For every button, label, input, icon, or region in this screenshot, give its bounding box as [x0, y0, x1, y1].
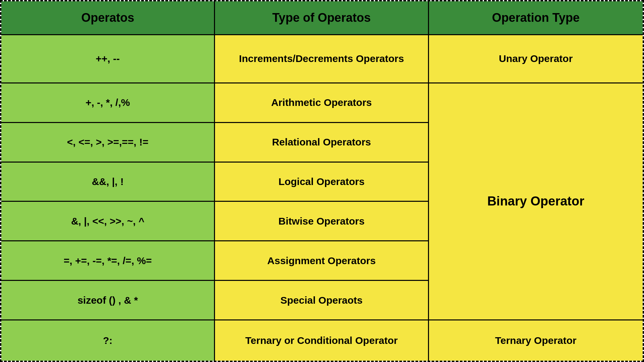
binary-op-3: &&, |, ! — [1, 163, 214, 202]
binary-op-5: =, +=, -=, *=, /=, %= — [1, 241, 214, 281]
ternary-operation: Ternary Operator — [429, 320, 643, 361]
binary-section: +, -, *, /,% <, <=, >, >=,==, != &&, |, … — [1, 83, 643, 320]
binary-type-4: Bitwise Operators — [215, 202, 428, 241]
main-table: Operatos Type of Operatos Operation Type… — [0, 0, 644, 362]
binary-col1: +, -, *, /,% <, <=, >, >=,==, != &&, |, … — [1, 83, 215, 319]
binary-op-6: sizeof () , & * — [1, 281, 214, 319]
table-row-unary: ++, -- Increments/Decrements Operators U… — [1, 35, 643, 83]
ternary-operators: ?: — [1, 320, 215, 361]
unary-operators: ++, -- — [1, 35, 215, 82]
table-row-ternary: ?: Ternary or Conditional Operator Terna… — [1, 320, 643, 361]
binary-op-4: &, |, <<, >>, ~, ^ — [1, 202, 214, 241]
ternary-type: Ternary or Conditional Operator — [215, 320, 429, 361]
binary-col2: Arithmetic Operators Relational Operator… — [215, 83, 429, 319]
unary-type: Increments/Decrements Operators — [215, 35, 429, 82]
binary-op-2: <, <=, >, >=,==, != — [1, 123, 214, 163]
header-col3: Operation Type — [429, 1, 643, 34]
binary-type-3: Logical Operators — [215, 163, 428, 202]
binary-type-6: Special Operaots — [215, 281, 428, 319]
table-body: ++, -- Increments/Decrements Operators U… — [1, 35, 643, 361]
binary-op-1: +, -, *, /,% — [1, 83, 214, 123]
binary-type-1: Arithmetic Operators — [215, 83, 428, 123]
binary-operation: Binary Operator — [429, 83, 643, 319]
binary-type-2: Relational Operators — [215, 123, 428, 163]
header-col1: Operatos — [1, 1, 215, 34]
unary-operation: Unary Operator — [429, 35, 643, 82]
table-header: Operatos Type of Operatos Operation Type — [1, 1, 643, 35]
binary-type-5: Assignment Operators — [215, 241, 428, 281]
header-col2: Type of Operatos — [215, 1, 429, 34]
